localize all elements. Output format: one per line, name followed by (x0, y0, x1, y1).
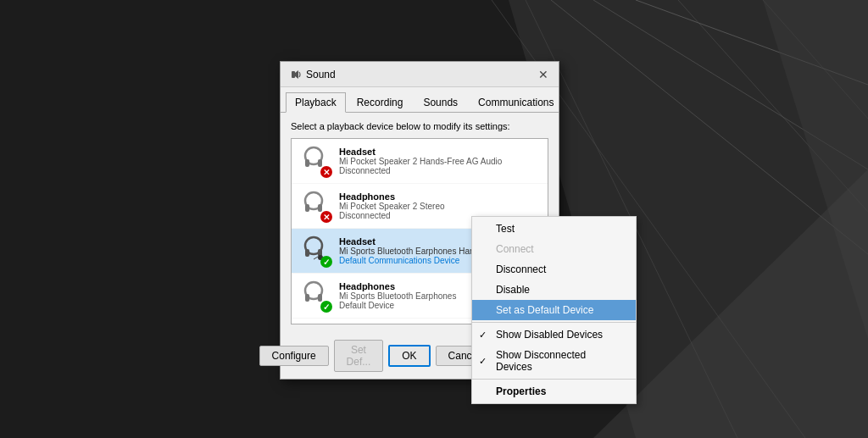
context-menu-separator-1 (472, 322, 636, 323)
device-status-1: Disconnected (339, 166, 541, 175)
context-menu-item-properties[interactable]: Properties (472, 381, 636, 402)
svg-rect-15 (318, 159, 322, 167)
status-badge-2: ✕ (320, 211, 332, 223)
context-menu-label-show-disconnected: Show Disconnected Devices (496, 349, 619, 373)
tab-recording[interactable]: Recording (348, 92, 413, 112)
context-menu-separator-2 (472, 379, 636, 380)
context-menu-item-set-default[interactable]: Set as Default Device (472, 300, 636, 320)
tab-communications[interactable]: Communications (469, 92, 563, 112)
context-menu: Test Connect Disconnect Disable Set as D… (471, 216, 637, 404)
context-menu-label-disable: Disable (496, 284, 530, 296)
svg-rect-25 (305, 294, 309, 302)
device-item-1[interactable]: ✕ Headset Mi Pocket Speaker 2 Hands-Free… (292, 139, 548, 184)
device-icon-wrapper-3: ✓ (298, 234, 332, 268)
tab-sounds[interactable]: Sounds (414, 92, 467, 112)
context-menu-item-disable[interactable]: Disable (472, 280, 636, 300)
context-menu-item-show-disconnected[interactable]: ✓ Show Disconnected Devices (472, 345, 636, 377)
context-menu-label-test: Test (496, 223, 515, 235)
context-menu-item-show-disabled[interactable]: ✓ Show Disabled Devices (472, 324, 636, 345)
context-menu-item-disconnect[interactable]: Disconnect (472, 259, 636, 280)
checkmark-show-disconnected: ✓ (479, 356, 487, 367)
configure-button[interactable]: Configure (259, 346, 329, 366)
tab-playback[interactable]: Playback (286, 92, 346, 113)
dialog-instruction: Select a playback device below to modify… (291, 121, 548, 131)
context-menu-label-show-disabled: Show Disabled Devices (496, 329, 603, 341)
checkmark-show-disabled: ✓ (479, 330, 487, 341)
svg-rect-20 (305, 249, 309, 257)
device-name-2: Headphones (339, 191, 541, 202)
set-default-button[interactable]: Set Def... (334, 340, 384, 372)
dialog-tabs: Playback Recording Sounds Communications (281, 87, 559, 113)
context-menu-label-properties: Properties (496, 385, 546, 397)
context-menu-item-connect: Connect (472, 239, 636, 259)
svg-rect-11 (292, 71, 295, 78)
dialog-title: Sound (306, 69, 336, 80)
status-badge-1: ✕ (320, 166, 332, 178)
status-badge-4: ✓ (320, 301, 332, 313)
device-info-1: Headset Mi Pocket Speaker 2 Hands-Free A… (339, 147, 541, 175)
speaker-icon-5 (298, 324, 329, 324)
close-button[interactable]: ✕ (535, 66, 552, 83)
status-badge-3: ✓ (320, 256, 332, 268)
svg-rect-17 (305, 204, 309, 212)
device-name-1: Headset (339, 147, 541, 157)
sound-icon (287, 68, 301, 81)
title-left: Sound (287, 68, 336, 81)
svg-rect-18 (318, 204, 322, 212)
context-menu-label-connect: Connect (496, 243, 534, 255)
device-icon-wrapper-5 (298, 324, 332, 324)
svg-marker-12 (295, 70, 298, 79)
svg-rect-26 (318, 294, 322, 302)
device-icon-wrapper-2: ✕ (298, 189, 332, 223)
ok-button[interactable]: OK (388, 345, 430, 367)
dialog-titlebar: Sound ✕ (281, 62, 559, 87)
context-menu-label-set-default: Set as Default Device (496, 304, 593, 316)
device-desc-2: Mi Pocket Speaker 2 Stereo (339, 202, 541, 211)
svg-line-23 (314, 257, 318, 259)
context-menu-item-test[interactable]: Test (472, 219, 636, 239)
context-menu-label-disconnect: Disconnect (496, 263, 546, 275)
device-icon-wrapper-1: ✕ (298, 144, 332, 178)
device-icon-wrapper-4: ✓ (298, 279, 332, 313)
svg-rect-14 (305, 159, 309, 167)
device-desc-1: Mi Pocket Speaker 2 Hands-Free AG Audio (339, 157, 541, 166)
